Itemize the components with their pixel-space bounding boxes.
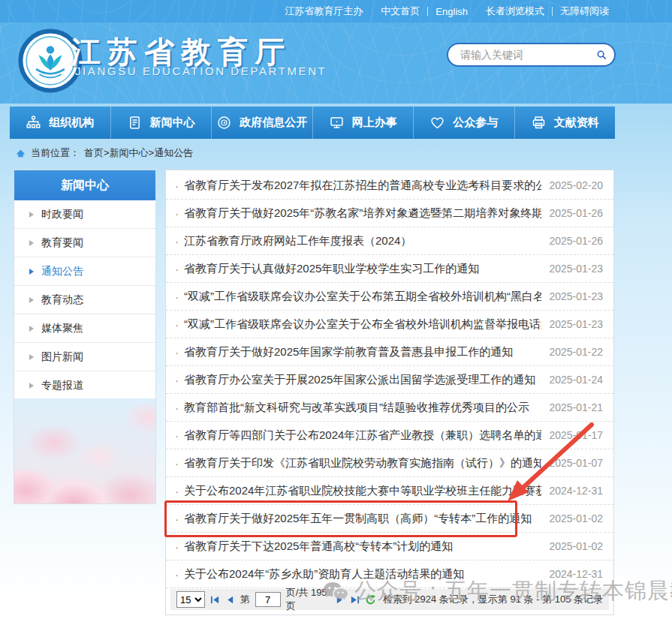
page-number-input[interactable] bbox=[255, 592, 281, 607]
sidebar-item-label: 通知公告 bbox=[41, 265, 83, 278]
notice-row[interactable]: · 省教育厅关于做好2025年国家学前教育普及普惠县申报工作的通知 2025-0… bbox=[166, 338, 613, 366]
notice-title[interactable]: 省教育厅关于做好2025年五年一贯制高职（高师）“专转本”工作的通知 bbox=[184, 512, 541, 526]
notice-row[interactable]: · 教育部首批“新文科研究与改革实践项目”结题验收推荐优秀项目的公示 2025-… bbox=[166, 394, 613, 422]
topbar-link-host[interactable]: 江苏省教育厅主办 bbox=[285, 5, 363, 18]
notice-title[interactable]: 关于公布2024年江苏省职业院校技能大赛中等职业学校班主任能力比赛获奖 bbox=[184, 484, 541, 498]
dot-bullet-icon: · bbox=[175, 346, 179, 359]
nav-item-organization[interactable]: 组织机构 bbox=[10, 107, 111, 139]
documents-icon bbox=[531, 115, 547, 131]
notice-row[interactable]: · 省教育厅办公室关于开展2025年国家公派出国留学选派受理工作的通知 2025… bbox=[166, 366, 613, 394]
topbar-link-elder-mode[interactable]: 长者浏览模式 bbox=[486, 5, 544, 18]
notice-row[interactable]: · “双减”工作省级联席会议办公室关于公布全省校外培训机构监督举报电话的公...… bbox=[166, 311, 613, 338]
search-input[interactable] bbox=[460, 49, 596, 61]
nav-item-online-services[interactable]: 网上办事 bbox=[313, 107, 414, 139]
notice-date: 2025-01-26 bbox=[549, 235, 603, 247]
sidebar-item[interactable]: 媒体聚焦 bbox=[14, 314, 155, 343]
nav-item-news-center[interactable]: 新闻中心 bbox=[111, 107, 212, 139]
nav-item-label: 公众参与 bbox=[453, 116, 498, 130]
notice-row[interactable]: · 省教育厅关于印发《江苏省职业院校劳动教育实施指南（试行）》的通知 2025-… bbox=[166, 449, 613, 477]
notice-row[interactable]: · 关于公布2024年江苏省职业院校技能大赛中等职业学校班主任能力比赛获奖 20… bbox=[166, 477, 613, 505]
nav-item-label: 新闻中心 bbox=[150, 116, 195, 130]
nav-item-label: 文献资料 bbox=[554, 116, 599, 130]
notice-row[interactable]: · “双减”工作省级联席会议办公室关于公布第五期全省校外培训机构“黑白名单...… bbox=[166, 283, 613, 311]
participation-heart-icon bbox=[429, 115, 445, 131]
refresh-button[interactable] bbox=[365, 594, 376, 605]
next-page-button[interactable] bbox=[335, 595, 345, 605]
notice-date: 2025-01-07 bbox=[549, 457, 603, 469]
nav-item-info-disclosure[interactable]: 政府信息公开 bbox=[212, 107, 313, 139]
notice-title[interactable]: 关于公布2024年“苏乡永助”资助育人主题活动结果的通知 bbox=[184, 567, 541, 581]
prev-page-button[interactable] bbox=[225, 595, 235, 605]
triangle-bullet-icon bbox=[29, 297, 34, 303]
sidebar-item[interactable]: 图片新闻 bbox=[14, 343, 155, 371]
search-button[interactable] bbox=[596, 46, 607, 64]
notice-list: · 省教育厅关于发布2027年拟在江苏招生的普通高校专业选考科目要求的公告 20… bbox=[165, 170, 614, 615]
topbar-link-english[interactable]: English bbox=[435, 6, 468, 17]
home-icon bbox=[15, 148, 26, 158]
first-page-button[interactable] bbox=[210, 595, 220, 605]
org-chart-icon bbox=[26, 115, 41, 131]
triangle-bullet-icon bbox=[29, 240, 34, 246]
breadcrumb-label: 当前位置： bbox=[31, 146, 80, 160]
next-page-icon bbox=[335, 595, 345, 605]
dot-bullet-icon: · bbox=[175, 290, 179, 303]
dot-bullet-icon: · bbox=[175, 485, 179, 497]
notice-title[interactable]: 省教育厅关于下达2025年普通高校“专转本”计划的通知 bbox=[184, 539, 541, 554]
topbar-divider bbox=[552, 7, 553, 16]
notice-title[interactable]: “双减”工作省级联席会议办公室关于公布第五期全省校外培训机构“黑白名单... bbox=[184, 290, 541, 304]
notice-date: 2025-01-17 bbox=[549, 429, 603, 441]
sidebar-item[interactable]: 专题报道 bbox=[14, 371, 155, 400]
triangle-bullet-icon bbox=[29, 212, 34, 218]
notice-title[interactable]: 江苏省教育厅政府网站工作年度报表（2024） bbox=[184, 234, 541, 248]
dot-bullet-icon: · bbox=[175, 374, 179, 386]
sidebar-item[interactable]: 通知公告 bbox=[14, 257, 155, 286]
sidebar-item-label: 时政要闻 bbox=[41, 208, 83, 221]
notice-row[interactable]: · 关于公布2024年“苏乡永助”资助育人主题活动结果的通知 2024-12-3… bbox=[166, 560, 613, 588]
notice-row[interactable]: · 省教育厅关于下达2025年普通高校“专转本”计划的通知 2025-01-02 bbox=[166, 533, 613, 560]
search-box bbox=[447, 43, 616, 67]
topbar: 江苏省教育厅主办 中文首页 English 长者浏览模式 无障碍阅读 bbox=[0, 0, 672, 23]
triangle-bullet-icon bbox=[29, 354, 34, 360]
nav-item-public-participation[interactable]: 公众参与 bbox=[414, 107, 515, 139]
notice-row[interactable]: · 省教育厅等四部门关于公布2024年江苏省产业教授（兼职）选聘名单的通知 20… bbox=[166, 422, 613, 449]
page-size-select[interactable]: 15 bbox=[176, 591, 205, 608]
sidebar-item[interactable]: 教育动态 bbox=[14, 286, 155, 314]
topbar-divider bbox=[427, 7, 428, 16]
page-label-prefix: 第 bbox=[240, 593, 250, 606]
last-page-button[interactable] bbox=[350, 595, 360, 605]
main-nav: 组织机构 新闻中心 政府信息公开 网上办事 bbox=[10, 107, 615, 139]
notice-date: 2025-01-23 bbox=[549, 263, 603, 275]
sidebar-item[interactable]: 时政要闻 bbox=[14, 200, 155, 229]
sidebar-item[interactable]: 教育要闻 bbox=[14, 229, 155, 257]
triangle-bullet-icon bbox=[29, 326, 34, 332]
first-page-icon bbox=[210, 595, 220, 605]
nav-item-documents[interactable]: 文献资料 bbox=[515, 107, 616, 139]
notice-title[interactable]: 省教育厅关于做好2025年“苏教名家”培养对象遴选暨第二期培养对象终期... bbox=[184, 206, 541, 221]
pagination-bar: 15 第 页/共 195 页 bbox=[170, 589, 609, 610]
notice-title[interactable]: 省教育厅办公室关于开展2025年国家公派出国留学选派受理工作的通知 bbox=[184, 373, 541, 387]
notice-title[interactable]: 省教育厅等四部门关于公布2024年江苏省产业教授（兼职）选聘名单的通知 bbox=[184, 428, 541, 443]
notice-title[interactable]: 省教育厅关于认真做好2025年职业学校学生实习工作的通知 bbox=[184, 262, 541, 276]
notice-date: 2025-01-23 bbox=[549, 290, 603, 302]
search-icon bbox=[596, 50, 607, 60]
notice-row[interactable]: · 江苏省教育厅政府网站工作年度报表（2024） 2025-01-26 bbox=[166, 227, 613, 255]
sidebar-item-label: 教育动态 bbox=[41, 293, 83, 307]
breadcrumb-path[interactable]: 首页>新闻中心>通知公告 bbox=[84, 146, 193, 160]
notice-date: 2025-01-02 bbox=[549, 512, 603, 524]
topbar-link-home[interactable]: 中文首页 bbox=[381, 5, 420, 18]
notice-title[interactable]: “双减”工作省级联席会议办公室关于公布全省校外培训机构监督举报电话的公... bbox=[184, 317, 541, 332]
notice-title[interactable]: 教育部首批“新文科研究与改革实践项目”结题验收推荐优秀项目的公示 bbox=[184, 401, 541, 415]
notice-date: 2024-12-31 bbox=[549, 568, 603, 580]
notice-title[interactable]: 省教育厅关于做好2025年国家学前教育普及普惠县申报工作的通知 bbox=[184, 345, 541, 359]
notice-row[interactable]: · 省教育厅关于发布2027年拟在江苏招生的普通高校专业选考科目要求的公告 20… bbox=[166, 172, 613, 200]
topbar-link-accessibility[interactable]: 无障碍阅读 bbox=[560, 5, 609, 18]
notice-row[interactable]: · 省教育厅关于做好2025年“苏教名家”培养对象遴选暨第二期培养对象终期...… bbox=[166, 200, 613, 227]
notice-row[interactable]: · 省教育厅关于做好2025年五年一贯制高职（高师）“专转本”工作的通知 202… bbox=[166, 505, 613, 533]
notice-row[interactable]: · 省教育厅关于认真做好2025年职业学校学生实习工作的通知 2025-01-2… bbox=[166, 255, 613, 283]
dot-bullet-icon: · bbox=[175, 429, 179, 442]
notice-title[interactable]: 省教育厅关于发布2027年拟在江苏招生的普通高校专业选考科目要求的公告 bbox=[184, 179, 541, 193]
magnolia-flower-image bbox=[14, 398, 155, 503]
records-summary: 检索到 2924 条记录，显示第 91 条 - 第 105 条记录 bbox=[383, 593, 603, 606]
notice-title[interactable]: 省教育厅关于印发《江苏省职业院校劳动教育实施指南（试行）》的通知 bbox=[184, 456, 541, 470]
sidebar-item-label: 图片新闻 bbox=[41, 350, 83, 364]
